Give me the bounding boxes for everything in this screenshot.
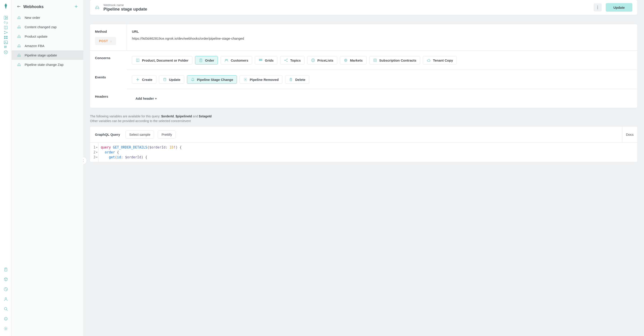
panel-title: Webhooks xyxy=(23,4,72,9)
percent-icon xyxy=(311,58,315,62)
select-sample-button[interactable]: Select sample xyxy=(126,130,154,138)
graphql-editor[interactable]: 1▼2▼3▼ query GET_ORDER_DETAILS($orderId:… xyxy=(90,143,637,162)
event-chip[interactable]: Pipeline Stage Change xyxy=(187,75,237,84)
webhook-icon xyxy=(17,34,21,38)
chip-label: Grids xyxy=(265,58,274,62)
chip-label: Customers xyxy=(231,58,248,62)
webhook-item-label: Content changed zap xyxy=(25,25,57,29)
grids-icon xyxy=(259,58,263,62)
concern-chip[interactable]: Product, Document or Folder xyxy=(132,56,192,64)
webhook-item-label: Amazon FBA xyxy=(25,44,44,48)
headers-label: Headers xyxy=(90,89,127,108)
collapse-panel-button[interactable] xyxy=(83,157,87,164)
chip-label: Pipeline Stage Change xyxy=(197,78,233,82)
blocks-icon[interactable] xyxy=(3,45,8,50)
webhook-header-card: Webhook name Pipeline stage update Updat… xyxy=(90,0,637,15)
concern-chip[interactable]: Grids xyxy=(255,56,278,64)
event-chip[interactable]: Update xyxy=(159,75,184,84)
svg-point-3 xyxy=(598,7,598,8)
grid-icon[interactable] xyxy=(3,35,8,40)
webhook-item[interactable]: Product update xyxy=(12,32,83,41)
clipboard-icon[interactable] xyxy=(3,267,8,272)
prettify-button[interactable]: Prettify xyxy=(158,130,176,138)
webhook-item[interactable]: Pipeline state change Zap xyxy=(12,60,83,69)
add-webhook-button[interactable] xyxy=(74,5,78,9)
contract-icon xyxy=(373,58,377,62)
webhook-item-label: New order xyxy=(25,16,40,20)
chip-label: PriceLists xyxy=(317,58,334,62)
webhook-icon xyxy=(17,44,21,48)
chip-label: Subscription Contracts xyxy=(379,58,416,62)
chip-label: Create xyxy=(142,78,152,82)
concern-chip[interactable]: Customers xyxy=(220,56,252,64)
pie-icon[interactable] xyxy=(3,287,8,292)
concern-chip[interactable]: Subscription Contracts xyxy=(369,56,420,64)
events-label: Events xyxy=(90,70,127,89)
webhook-icon xyxy=(17,16,21,20)
method-label: Method xyxy=(95,30,122,34)
more-button[interactable] xyxy=(594,3,602,12)
url-label: URL xyxy=(132,30,139,34)
method-select[interactable]: POST ↓ xyxy=(95,37,116,45)
back-icon[interactable] xyxy=(17,5,20,9)
svg-point-0 xyxy=(96,8,97,9)
webhook-item[interactable]: Pipeline stage update xyxy=(12,50,83,60)
webhook-item[interactable]: Amazon FBA xyxy=(12,41,83,50)
webhook-icon xyxy=(17,25,21,29)
query-title: GraphQL Query xyxy=(95,132,120,136)
event-chip[interactable]: Pipeline Removed xyxy=(240,75,282,84)
svg-point-2 xyxy=(598,6,598,6)
cube-icon[interactable] xyxy=(3,277,8,282)
locale-icon[interactable] xyxy=(3,316,8,321)
cloud-icon xyxy=(426,58,430,62)
docs-tab[interactable]: Docs xyxy=(622,126,637,142)
webhook-name-label: Webhook name xyxy=(104,3,590,7)
concern-chip[interactable]: Order xyxy=(195,56,218,64)
book-icon[interactable] xyxy=(3,25,8,30)
search-icon[interactable] xyxy=(3,306,8,311)
concern-chip[interactable]: Markets xyxy=(340,56,366,64)
chip-label: Tenant Copy xyxy=(433,58,453,62)
event-chip-group: CreateUpdatePipeline Stage ChangePipelin… xyxy=(127,70,637,89)
method-value: POST xyxy=(99,39,108,43)
concern-chip[interactable]: Topics xyxy=(280,56,304,64)
clipboard-icon xyxy=(199,58,203,62)
plus-icon xyxy=(136,78,140,82)
link-icon[interactable] xyxy=(3,20,8,25)
webhook-item-label: Pipeline stage update xyxy=(25,53,57,57)
webhook-item[interactable]: Content changed zap xyxy=(12,22,83,32)
logo xyxy=(3,3,8,10)
main-content: Webhook name Pipeline stage update Updat… xyxy=(83,0,644,336)
config-card: Method POST ↓ URL https://9d3d462819ce.n… xyxy=(90,24,637,108)
url-input[interactable]: https://9d3d462819ce.ngrok.io/dev/webhoo… xyxy=(132,36,244,40)
svg-point-4 xyxy=(598,8,598,9)
concern-chip[interactable]: PriceLists xyxy=(307,56,337,64)
remove-icon xyxy=(244,78,248,82)
update-button[interactable]: Update xyxy=(606,3,632,12)
webhook-icon xyxy=(17,53,21,57)
graph-icon[interactable] xyxy=(3,30,8,35)
webhook-icon xyxy=(95,5,100,10)
down-arrow-icon: ↓ xyxy=(110,39,112,43)
dashboard-icon[interactable] xyxy=(3,15,8,20)
percent-icon[interactable] xyxy=(3,50,8,55)
add-header-button[interactable]: Add header + xyxy=(132,94,160,102)
concern-chip[interactable]: Tenant Copy xyxy=(423,56,457,64)
gear-icon[interactable] xyxy=(3,326,8,331)
webhook-list-panel: Webhooks New orderContent changed zapPro… xyxy=(12,0,83,336)
chip-label: Markets xyxy=(350,58,363,62)
webhook-name-value[interactable]: Pipeline stage update xyxy=(104,7,590,12)
webhook-list: New orderContent changed zapProduct upda… xyxy=(12,13,83,69)
concern-chip-group: Product, Document or FolderOrderCustomer… xyxy=(127,50,637,70)
bell-icon xyxy=(191,78,195,82)
chip-label: Order xyxy=(205,58,214,62)
event-chip[interactable]: Delete xyxy=(285,75,309,84)
chip-label: Topics xyxy=(290,58,301,62)
user-icon[interactable] xyxy=(3,296,8,302)
chip-label: Update xyxy=(169,78,180,82)
book-icon xyxy=(136,58,140,62)
webhook-item-label: Product update xyxy=(25,34,48,38)
event-chip[interactable]: Create xyxy=(132,75,156,84)
image-icon[interactable] xyxy=(3,40,8,45)
webhook-item[interactable]: New order xyxy=(12,13,83,22)
